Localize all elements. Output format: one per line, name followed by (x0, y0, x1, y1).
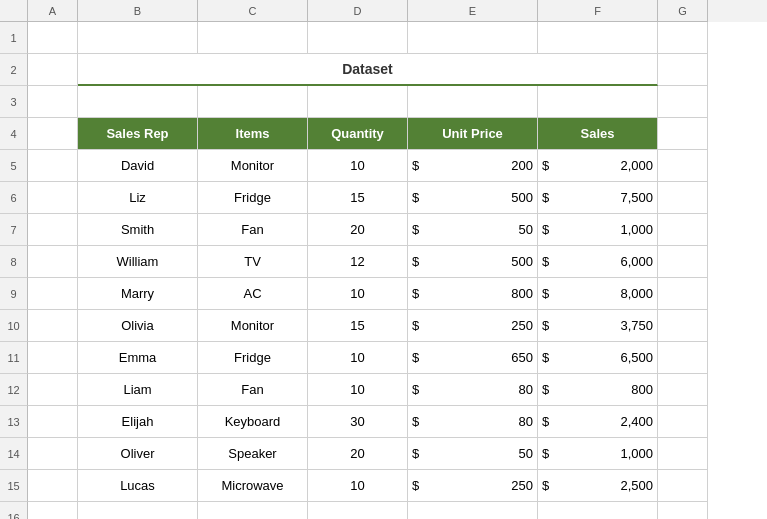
cell-a2[interactable] (28, 54, 78, 86)
cell-sales-val-7[interactable]: $ 1,000 (538, 214, 658, 246)
cell-g9[interactable] (658, 278, 708, 310)
cell-item-6[interactable]: Fridge (198, 182, 308, 214)
cell-e3[interactable] (408, 86, 538, 118)
cell-sales-val-15[interactable]: $ 2,500 (538, 470, 658, 502)
cell-g13[interactable] (658, 406, 708, 438)
cell-qty-8[interactable]: 12 (308, 246, 408, 278)
cell-c3[interactable] (198, 86, 308, 118)
cell-price-11[interactable]: $ 650 (408, 342, 538, 374)
cell-item-10[interactable]: Monitor (198, 310, 308, 342)
cell-sales-val-5[interactable]: $ 2,000 (538, 150, 658, 182)
cell-c1[interactable] (198, 22, 308, 54)
cell-a10[interactable] (28, 310, 78, 342)
cell-sales-val-14[interactable]: $ 1,000 (538, 438, 658, 470)
cell-price-9[interactable]: $ 800 (408, 278, 538, 310)
cell-sales-val-10[interactable]: $ 3,750 (538, 310, 658, 342)
cell-d16[interactable] (308, 502, 408, 519)
cell-qty-5[interactable]: 10 (308, 150, 408, 182)
cell-g14[interactable] (658, 438, 708, 470)
cell-item-11[interactable]: Fridge (198, 342, 308, 374)
cell-sales-val-6[interactable]: $ 7,500 (538, 182, 658, 214)
cell-qty-7[interactable]: 20 (308, 214, 408, 246)
cell-qty-11[interactable]: 10 (308, 342, 408, 374)
col-header-d[interactable]: D (308, 0, 408, 22)
cell-price-8[interactable]: $ 500 (408, 246, 538, 278)
cell-a5[interactable] (28, 150, 78, 182)
cell-sales-rep-13[interactable]: Elijah (78, 406, 198, 438)
col-header-f[interactable]: F (538, 0, 658, 22)
cell-sales-rep-11[interactable]: Emma (78, 342, 198, 374)
cell-qty-12[interactable]: 10 (308, 374, 408, 406)
cell-sales-val-12[interactable]: $ 800 (538, 374, 658, 406)
cell-price-10[interactable]: $ 250 (408, 310, 538, 342)
cell-e16[interactable] (408, 502, 538, 519)
cell-g15[interactable] (658, 470, 708, 502)
cell-sales-rep-14[interactable]: Oliver (78, 438, 198, 470)
cell-item-15[interactable]: Microwave (198, 470, 308, 502)
cell-qty-6[interactable]: 15 (308, 182, 408, 214)
cell-e1[interactable] (408, 22, 538, 54)
cell-a11[interactable] (28, 342, 78, 374)
cell-item-5[interactable]: Monitor (198, 150, 308, 182)
cell-price-5[interactable]: $ 200 (408, 150, 538, 182)
cell-price-12[interactable]: $ 80 (408, 374, 538, 406)
cell-item-7[interactable]: Fan (198, 214, 308, 246)
cell-d3[interactable] (308, 86, 408, 118)
cell-qty-14[interactable]: 20 (308, 438, 408, 470)
col-header-b[interactable]: B (78, 0, 198, 22)
cell-g2[interactable] (658, 54, 708, 86)
cell-g1[interactable] (658, 22, 708, 54)
cell-item-12[interactable]: Fan (198, 374, 308, 406)
cell-sales-rep-9[interactable]: Marry (78, 278, 198, 310)
cell-qty-13[interactable]: 30 (308, 406, 408, 438)
col-header-c[interactable]: C (198, 0, 308, 22)
cell-a7[interactable] (28, 214, 78, 246)
cell-price-7[interactable]: $ 50 (408, 214, 538, 246)
cell-sales-val-11[interactable]: $ 6,500 (538, 342, 658, 374)
cell-d1[interactable] (308, 22, 408, 54)
cell-b1[interactable] (78, 22, 198, 54)
cell-item-9[interactable]: AC (198, 278, 308, 310)
cell-a8[interactable] (28, 246, 78, 278)
cell-g3[interactable] (658, 86, 708, 118)
cell-c16[interactable] (198, 502, 308, 519)
col-header-a[interactable]: A (28, 0, 78, 22)
cell-f1[interactable] (538, 22, 658, 54)
cell-qty-10[interactable]: 15 (308, 310, 408, 342)
cell-qty-15[interactable]: 10 (308, 470, 408, 502)
cell-g10[interactable] (658, 310, 708, 342)
cell-price-6[interactable]: $ 500 (408, 182, 538, 214)
cell-price-14[interactable]: $ 50 (408, 438, 538, 470)
cell-sales-rep-7[interactable]: Smith (78, 214, 198, 246)
cell-a13[interactable] (28, 406, 78, 438)
cell-sales-rep-6[interactable]: Liz (78, 182, 198, 214)
cell-a16[interactable] (28, 502, 78, 519)
cell-g5[interactable] (658, 150, 708, 182)
cell-g11[interactable] (658, 342, 708, 374)
cell-f16[interactable] (538, 502, 658, 519)
cell-g12[interactable] (658, 374, 708, 406)
cell-a15[interactable] (28, 470, 78, 502)
cell-g7[interactable] (658, 214, 708, 246)
cell-a4[interactable] (28, 118, 78, 150)
cell-a14[interactable] (28, 438, 78, 470)
cell-price-13[interactable]: $ 80 (408, 406, 538, 438)
cell-item-14[interactable]: Speaker (198, 438, 308, 470)
cell-b3[interactable] (78, 86, 198, 118)
cell-a12[interactable] (28, 374, 78, 406)
cell-item-13[interactable]: Keyboard (198, 406, 308, 438)
col-header-g[interactable]: G (658, 0, 708, 22)
cell-sales-val-8[interactable]: $ 6,000 (538, 246, 658, 278)
cell-g8[interactable] (658, 246, 708, 278)
cell-f3[interactable] (538, 86, 658, 118)
cell-a6[interactable] (28, 182, 78, 214)
cell-b16[interactable] (78, 502, 198, 519)
col-header-e[interactable]: E (408, 0, 538, 22)
cell-item-8[interactable]: TV (198, 246, 308, 278)
cell-sales-val-13[interactable]: $ 2,400 (538, 406, 658, 438)
cell-qty-9[interactable]: 10 (308, 278, 408, 310)
cell-a3[interactable] (28, 86, 78, 118)
cell-sales-rep-15[interactable]: Lucas (78, 470, 198, 502)
cell-a9[interactable] (28, 278, 78, 310)
cell-sales-rep-10[interactable]: Olivia (78, 310, 198, 342)
